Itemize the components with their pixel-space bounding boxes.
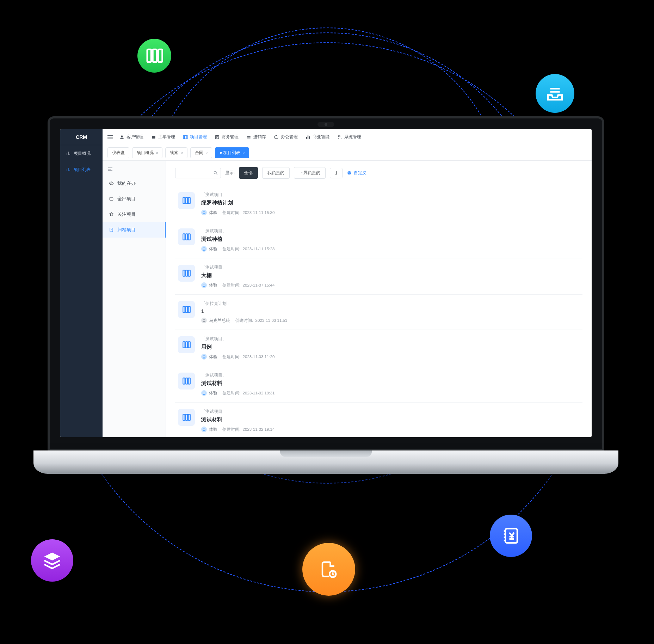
filter-subordinate[interactable]: 下属负责的 <box>294 167 326 179</box>
top-module-nav: 客户管理工单管理项目管理财务管理进销存办公管理商业智能系统管理 <box>103 129 592 145</box>
crm-app: CRM 项目概况项目列表 客户管理工单管理项目管理财务管理进销存办公管理商业智能… <box>60 129 592 437</box>
project-icon <box>178 409 195 426</box>
sub-sidebar-item-0[interactable]: 我的在办 <box>103 176 166 191</box>
top-nav-0[interactable]: 客户管理 <box>117 132 146 142</box>
collapse-sidebar-button[interactable] <box>103 163 166 176</box>
laptop-base <box>33 450 618 474</box>
top-nav-5[interactable]: 办公管理 <box>271 132 301 142</box>
custom-filter-button[interactable]: 自定义 <box>347 170 366 176</box>
project-category: 「测试项目」 <box>201 192 580 197</box>
project-icon <box>178 336 195 353</box>
sub-sidebar-item-3[interactable]: 归档项目 <box>103 222 166 238</box>
close-icon[interactable]: × <box>242 151 245 155</box>
project-created: 创建时间: 2023-11-11 15:28 <box>222 246 274 252</box>
svg-rect-26 <box>186 306 187 312</box>
project-title: 测试材料 <box>201 416 580 423</box>
breadcrumb-tab-3[interactable]: 合同× <box>190 147 212 158</box>
sidebar-item-0[interactable]: 项目概况 <box>60 145 103 161</box>
sub-sidebar-item-2[interactable]: 关注项目 <box>103 207 166 222</box>
project-created: 创建时间: 2023-11-02 19:14 <box>222 427 274 432</box>
project-category: 「伊拉克计划」 <box>201 301 580 306</box>
project-card[interactable]: 「伊拉克计划」1乌克兰总统创建时间: 2023-11-03 11:51 <box>175 295 582 330</box>
close-icon[interactable]: × <box>205 151 208 155</box>
top-nav-6[interactable]: 商业智能 <box>303 132 332 142</box>
module-icon <box>246 135 251 140</box>
breadcrumb-tab-2[interactable]: 线索× <box>165 147 187 158</box>
project-category: 「测试项目」 <box>201 336 580 342</box>
breadcrumb-tab-0[interactable]: 仪表盘 <box>107 147 129 158</box>
display-label: 显示: <box>225 170 235 176</box>
svg-rect-2 <box>158 49 162 62</box>
books-icon <box>137 39 171 73</box>
top-nav-1[interactable]: 工单管理 <box>148 132 178 142</box>
module-icon <box>306 135 310 140</box>
svg-rect-8 <box>186 135 187 139</box>
project-created: 创建时间: 2023-11-03 11:51 <box>235 318 287 323</box>
project-title: 测试种植 <box>201 236 580 243</box>
top-nav-7[interactable]: 系统管理 <box>334 132 364 142</box>
sidebar-item-1[interactable]: 项目列表 <box>60 161 103 178</box>
svg-rect-31 <box>188 342 190 348</box>
project-card[interactable]: 「测试项目」测试材料体验创建时间: 2023-11-02 19:14 <box>175 403 582 437</box>
module-icon <box>119 135 124 140</box>
svg-rect-23 <box>186 270 187 276</box>
svg-rect-20 <box>186 234 187 240</box>
svg-rect-10 <box>274 136 278 138</box>
svg-rect-16 <box>183 197 185 203</box>
svg-rect-22 <box>183 270 185 276</box>
brand: CRM <box>60 129 103 145</box>
top-nav-3[interactable]: 财务管理 <box>212 132 241 142</box>
search-input[interactable] <box>175 168 221 178</box>
breadcrumb-tabs: 仪表盘项目概况×线索×合同×● 项目列表× <box>103 145 592 161</box>
sub-menu-icon <box>109 181 114 186</box>
menu-toggle-icon[interactable] <box>107 135 113 139</box>
file-clock-icon <box>302 543 355 596</box>
svg-rect-36 <box>186 414 187 420</box>
module-icon <box>215 135 220 140</box>
project-title: 测试材料 <box>201 380 580 387</box>
org-avatar-icon <box>201 246 207 252</box>
svg-rect-12 <box>110 197 113 200</box>
project-card[interactable]: 「测试项目」用例体验创建时间: 2023-11-03 11:20 <box>175 330 582 366</box>
breadcrumb-tab-4[interactable]: ● 项目列表× <box>215 147 249 158</box>
bar-chart-icon <box>66 151 71 156</box>
project-title: 绿罗种植计划 <box>201 200 580 206</box>
project-owner: 体验 <box>201 354 217 360</box>
top-nav-4[interactable]: 进销存 <box>243 132 269 142</box>
project-card[interactable]: 「测试项目」绿罗种植计划体验创建时间: 2023-11-11 15:30 <box>175 186 582 222</box>
top-nav-2[interactable]: 项目管理 <box>180 132 210 142</box>
svg-point-15 <box>349 172 350 174</box>
close-icon[interactable]: × <box>156 151 158 155</box>
search-icon[interactable] <box>212 170 219 176</box>
project-card[interactable]: 「测试项目」测试材料体验创建时间: 2023-11-02 19:31 <box>175 366 582 403</box>
page-box[interactable]: 1 <box>330 168 343 178</box>
list-toolbar: 显示: 全部 我负责的 下属负责的 1 自定义 <box>175 167 582 179</box>
project-owner: 体验 <box>201 390 217 396</box>
sub-menu-icon <box>109 212 114 217</box>
svg-rect-25 <box>183 306 185 312</box>
tray-icon <box>536 74 574 113</box>
org-avatar-icon <box>201 427 207 432</box>
bar-chart-icon <box>66 167 71 172</box>
sub-sidebar-item-1[interactable]: 全部项目 <box>103 191 166 207</box>
svg-rect-32 <box>183 378 185 384</box>
project-owner: 体验 <box>201 210 217 215</box>
svg-rect-37 <box>188 414 190 420</box>
sub-menu-icon <box>109 196 114 201</box>
content-area: 显示: 全部 我负责的 下属负责的 1 自定义 「测试项目」绿罗种植计划体验创建… <box>166 161 592 437</box>
svg-point-11 <box>111 183 112 184</box>
org-avatar-icon <box>201 390 207 396</box>
filter-mine[interactable]: 我负责的 <box>262 167 290 179</box>
breadcrumb-tab-1[interactable]: 项目概况× <box>132 147 162 158</box>
module-icon <box>151 135 156 140</box>
project-card[interactable]: 「测试项目」测试种植体验创建时间: 2023-11-11 15:28 <box>175 222 582 258</box>
svg-rect-5 <box>152 135 155 138</box>
filter-all[interactable]: 全部 <box>239 167 258 179</box>
project-category: 「测试项目」 <box>201 409 580 414</box>
close-icon[interactable]: × <box>180 151 183 155</box>
org-avatar-icon <box>201 210 207 215</box>
svg-rect-1 <box>153 49 157 62</box>
project-title: 大棚 <box>201 272 580 279</box>
project-card[interactable]: 「测试项目」大棚体验创建时间: 2023-11-07 15:44 <box>175 258 582 295</box>
module-icon <box>274 135 279 140</box>
